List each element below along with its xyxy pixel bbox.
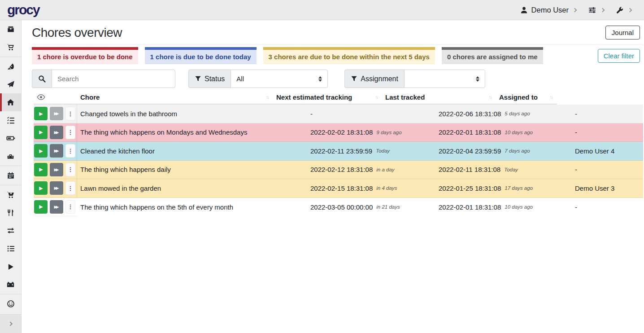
status-select[interactable]: All — [231, 70, 328, 88]
assigned-to-cell: - — [572, 161, 643, 180]
chevron-right-icon — [628, 8, 632, 12]
sidebar-item-recipes[interactable] — [0, 57, 21, 75]
top-navbar: grocy Demo User — [0, 0, 644, 20]
sort-icon: ↑↓ — [489, 95, 492, 100]
sidebar-item-inventory[interactable] — [0, 240, 21, 258]
chore-name-cell: Lawn mowed in the garden — [77, 179, 307, 198]
card-due-soon[interactable]: 3 chores are due to be done within the n… — [263, 47, 435, 64]
sidebar-item-purchase[interactable] — [0, 186, 21, 204]
toolbox-icon — [6, 152, 15, 160]
track-chore-button[interactable]: ▶ — [34, 181, 48, 195]
stock-box-icon — [7, 25, 15, 33]
card-assigned-to-me[interactable]: 0 chores are assigned to me — [442, 47, 543, 64]
filters-row: Status All Assignment — [32, 70, 643, 88]
settings-menu[interactable] — [588, 6, 604, 14]
assigned-to-cell: - — [572, 123, 643, 142]
row-menu-button[interactable]: ⋮ — [65, 163, 75, 176]
sidebar-divider — [0, 57, 21, 57]
sidebar-item-calendar[interactable] — [0, 166, 21, 184]
row-menu-button[interactable]: ⋮ — [65, 126, 75, 139]
column-header-next-tracking[interactable]: Next estimated tracking ↑↓ — [273, 91, 382, 105]
sidebar-item-batteries[interactable] — [0, 129, 21, 147]
row-menu-button[interactable]: ⋮ — [65, 107, 75, 120]
exchange-icon — [7, 227, 15, 235]
skip-chore-button[interactable]: ▶▶ — [50, 107, 63, 120]
journal-button[interactable]: Journal — [605, 26, 640, 39]
tasks-icon — [7, 116, 15, 124]
sidebar-divider — [0, 185, 21, 185]
chore-name-cell: The thing which happens daily — [77, 161, 307, 180]
sidebar-item-shopping-list[interactable] — [0, 38, 21, 56]
smiley-icon — [7, 300, 15, 308]
card-due-today[interactable]: 1 chore is due to be done today — [145, 47, 257, 64]
chore-name-cell: Changed towels in the bathroom — [77, 105, 307, 123]
sidebar-item-transfer[interactable] — [0, 222, 21, 240]
paper-plane-icon — [7, 80, 15, 88]
table-row: ▶ ▶▶ ⋮ Cleaned the kitchen floor 2022-02… — [34, 142, 643, 161]
column-header-assigned-to[interactable]: Assigned to ↑↓ — [496, 91, 557, 105]
status-filter-label: Status — [188, 70, 231, 88]
user-menu[interactable]: Demo User — [520, 6, 576, 14]
sidebar-item-stock[interactable] — [0, 20, 21, 38]
track-chore-button[interactable]: ▶ — [34, 200, 48, 214]
sidebar-expand-button[interactable] — [0, 314, 21, 333]
user-icon — [520, 6, 528, 14]
skip-chore-button[interactable]: ▶▶ — [50, 181, 63, 195]
skip-chore-button[interactable]: ▶▶ — [50, 200, 63, 214]
filter-funnel-icon — [195, 75, 201, 82]
chore-name-cell: The thing which happens on Mondays and W… — [77, 123, 307, 142]
sidebar-item-equipment[interactable] — [0, 147, 21, 165]
skip-chore-button[interactable]: ▶▶ — [50, 126, 63, 139]
last-tracked-cell: 2022-02-06 18:31:085 days ago — [435, 105, 572, 123]
table-row: ▶ ▶▶ ⋮ The thing which happens on Monday… — [34, 123, 643, 142]
sidebar-item-chores-overview[interactable] — [0, 93, 21, 111]
calendar-icon — [7, 171, 15, 180]
sidebar-item-feedback[interactable] — [0, 295, 21, 313]
last-tracked-cell: 2022-02-01 18:31:0810 days ago — [435, 198, 572, 217]
next-tracking-cell: 2022-03-05 00:00:00in 21 days — [307, 198, 435, 217]
main-content: Chores overview Journal 1 chore is overd… — [22, 20, 644, 333]
admin-menu[interactable] — [616, 6, 631, 14]
track-chore-button[interactable]: ▶ — [34, 144, 48, 158]
eye-icon — [37, 94, 45, 101]
column-visibility-toggle[interactable] — [34, 91, 77, 105]
assignment-select[interactable] — [404, 70, 485, 88]
sort-icon: ↑↓ — [266, 95, 269, 100]
sidebar-divider — [0, 294, 21, 294]
search-group — [32, 70, 175, 88]
track-chore-button[interactable]: ▶ — [34, 163, 48, 176]
last-tracked-cell: 2022-02-04 23:59:597 days ago — [435, 142, 572, 161]
table-row: ▶ ▶▶ ⋮ The thing which happens daily 202… — [34, 161, 643, 180]
sidebar-divider — [0, 166, 21, 166]
last-tracked-cell: 2022-02-11 18:31:08Today — [435, 161, 572, 180]
row-menu-button[interactable]: ⋮ — [65, 181, 75, 195]
row-menu-button[interactable]: ⋮ — [65, 144, 75, 158]
sidebar-item-chore-tracking[interactable] — [0, 258, 21, 276]
home-icon — [6, 98, 15, 106]
track-chore-button[interactable]: ▶ — [34, 107, 48, 120]
chore-name-cell: The thing which happens on the 5th of ev… — [77, 198, 307, 217]
last-tracked-cell: 2022-01-25 18:31:0817 days ago — [435, 179, 572, 198]
assigned-to-cell: Demo User 3 — [572, 179, 643, 198]
column-header-chore[interactable]: Chore ↑↓ — [77, 91, 273, 105]
chevron-right-icon — [600, 8, 605, 12]
sliders-icon — [588, 6, 596, 14]
column-header-last-tracked[interactable]: Last tracked ↑↓ — [382, 91, 496, 105]
sidebar-item-tasks[interactable] — [0, 111, 21, 129]
sidebar-item-meal-plan[interactable] — [0, 75, 21, 93]
skip-chore-button[interactable]: ▶▶ — [50, 163, 63, 176]
sidebar-item-consume[interactable] — [0, 204, 21, 222]
card-overdue[interactable]: 1 chore is overdue to be done — [32, 47, 138, 64]
app-logo[interactable]: grocy — [7, 2, 39, 18]
user-name: Demo User — [531, 6, 569, 14]
search-input[interactable] — [52, 70, 175, 88]
next-tracking-cell: 2022-02-02 18:31:089 days ago — [307, 123, 435, 142]
row-menu-button[interactable]: ⋮ — [65, 200, 75, 214]
status-cards-row: 1 chore is overdue to be done 1 chore is… — [32, 47, 643, 64]
track-chore-button[interactable]: ▶ — [34, 126, 48, 139]
clear-filter-button[interactable]: Clear filter — [598, 49, 640, 63]
skip-chore-button[interactable]: ▶▶ — [50, 144, 63, 158]
last-tracked-cell: 2022-02-01 18:31:0810 days ago — [435, 123, 572, 142]
sidebar-item-battery-tracking[interactable] — [0, 276, 21, 294]
header-divider — [32, 44, 643, 45]
